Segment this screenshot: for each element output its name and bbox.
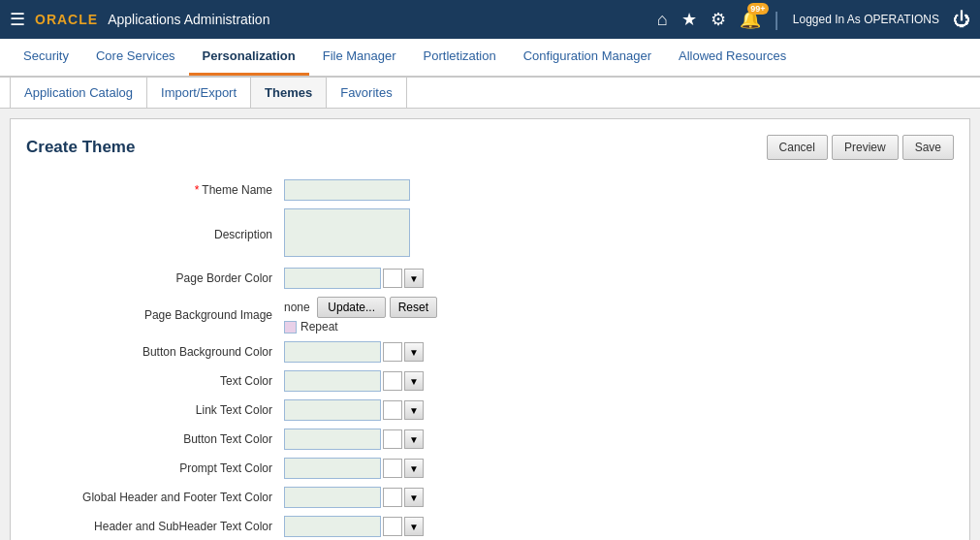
link-text-color-label: Link Text Color bbox=[26, 396, 278, 425]
header-subheader-text-color-row: Header and SubHeader Text Color ▼ bbox=[26, 512, 954, 540]
global-header-footer-text-color-swatch bbox=[383, 488, 402, 507]
button-background-color-input[interactable] bbox=[284, 341, 381, 363]
text-color-row: Text Color ▼ bbox=[26, 366, 954, 396]
page-background-image-row: Page Background Image none Update... Res… bbox=[26, 293, 954, 337]
theme-name-label: *Theme Name bbox=[26, 175, 278, 205]
button-background-color-dropdown[interactable]: ▼ bbox=[404, 342, 424, 362]
page-title-bar: Create Theme Cancel Preview Save bbox=[26, 135, 954, 160]
prompt-text-color-input[interactable] bbox=[284, 458, 381, 479]
description-row: Description bbox=[26, 205, 954, 264]
button-text-color-label: Button Text Color bbox=[26, 425, 278, 454]
page-border-color-input[interactable] bbox=[284, 268, 381, 289]
tab-configuration-manager[interactable]: Configuration Manager bbox=[510, 39, 665, 76]
text-color-dropdown[interactable]: ▼ bbox=[404, 371, 424, 391]
main-nav: Security Core Services Personalization F… bbox=[0, 39, 980, 78]
reset-button[interactable]: Reset bbox=[390, 297, 437, 318]
link-text-color-swatch bbox=[383, 400, 402, 420]
tab-import-export[interactable]: Import/Export bbox=[147, 78, 251, 108]
none-text: none bbox=[284, 301, 310, 314]
header-subheader-text-color-label: Header and SubHeader Text Color bbox=[26, 512, 278, 540]
button-background-color-swatch bbox=[383, 342, 402, 362]
header-subheader-text-color-dropdown[interactable]: ▼ bbox=[404, 517, 424, 536]
page-border-color-dropdown[interactable]: ▼ bbox=[404, 269, 424, 288]
button-background-color-label: Button Background Color bbox=[26, 337, 278, 366]
header-subheader-text-color-swatch bbox=[383, 517, 402, 536]
tab-themes[interactable]: Themes bbox=[251, 78, 327, 108]
prompt-text-color-dropdown[interactable]: ▼ bbox=[404, 459, 424, 478]
page-background-image-label: Page Background Image bbox=[26, 293, 278, 337]
content-area: Create Theme Cancel Preview Save *Theme … bbox=[10, 118, 970, 540]
text-color-label: Text Color bbox=[26, 366, 278, 396]
button-text-color-dropdown[interactable]: ▼ bbox=[404, 429, 424, 449]
header-subheader-text-color-input[interactable] bbox=[284, 516, 381, 537]
link-text-color-dropdown[interactable]: ▼ bbox=[404, 400, 424, 420]
global-header-footer-text-color-input[interactable] bbox=[284, 487, 381, 508]
home-icon[interactable]: ⌂ bbox=[657, 10, 668, 30]
tab-personalization[interactable]: Personalization bbox=[189, 39, 309, 76]
save-button[interactable]: Save bbox=[902, 135, 954, 160]
page-border-color-row: Page Border Color ▼ bbox=[26, 264, 954, 293]
tab-favorites[interactable]: Favorites bbox=[327, 78, 406, 108]
tab-application-catalog[interactable]: Application Catalog bbox=[10, 78, 147, 108]
topbar-icons: ⌂ ★ ⚙ 🔔 99+ | Logged In As OPERATIONS ⏻ bbox=[657, 9, 970, 31]
tab-allowed-resources[interactable]: Allowed Resources bbox=[665, 39, 800, 76]
prompt-text-color-row: Prompt Text Color ▼ bbox=[26, 454, 954, 483]
action-buttons: Cancel Preview Save bbox=[767, 135, 954, 160]
required-star: * bbox=[195, 183, 200, 197]
theme-name-input[interactable] bbox=[284, 179, 410, 201]
hamburger-icon[interactable]: ☰ bbox=[10, 9, 25, 30]
tab-file-manager[interactable]: File Manager bbox=[309, 39, 410, 76]
tab-core-services[interactable]: Core Services bbox=[82, 39, 189, 76]
topbar-title: Applications Administration bbox=[108, 12, 269, 27]
prompt-text-color-label: Prompt Text Color bbox=[26, 454, 278, 483]
sub-nav: Application Catalog Import/Export Themes… bbox=[0, 78, 980, 109]
theme-form: *Theme Name Description Page Border Colo… bbox=[26, 175, 954, 540]
global-header-footer-text-color-dropdown[interactable]: ▼ bbox=[404, 488, 424, 507]
oracle-logo: ORACLE bbox=[35, 12, 98, 27]
topbar-divider: | bbox=[775, 9, 779, 31]
notification-badge: 99+ bbox=[747, 3, 768, 15]
power-icon[interactable]: ⏻ bbox=[953, 10, 970, 30]
notifications-icon[interactable]: 🔔 99+ bbox=[740, 9, 761, 30]
settings-icon[interactable]: ⚙ bbox=[711, 9, 726, 30]
page-border-color-label: Page Border Color bbox=[26, 264, 278, 293]
global-header-footer-text-color-row: Global Header and Footer Text Color ▼ bbox=[26, 483, 954, 512]
text-color-swatch bbox=[383, 371, 402, 391]
topbar-user: Logged In As OPERATIONS bbox=[793, 13, 939, 26]
repeat-checkbox[interactable] bbox=[284, 321, 297, 334]
repeat-label: Repeat bbox=[300, 320, 338, 334]
cancel-button[interactable]: Cancel bbox=[767, 135, 828, 160]
tab-portletization[interactable]: Portletization bbox=[410, 39, 510, 76]
favorites-icon[interactable]: ★ bbox=[681, 9, 697, 30]
button-background-color-row: Button Background Color ▼ bbox=[26, 337, 954, 366]
link-text-color-row: Link Text Color ▼ bbox=[26, 396, 954, 425]
button-text-color-input[interactable] bbox=[284, 429, 381, 450]
topbar: ☰ ORACLE Applications Administration ⌂ ★… bbox=[0, 0, 980, 39]
preview-button[interactable]: Preview bbox=[832, 135, 899, 160]
link-text-color-input[interactable] bbox=[284, 399, 381, 421]
button-text-color-row: Button Text Color ▼ bbox=[26, 425, 954, 454]
update-button[interactable]: Update... bbox=[317, 297, 386, 318]
page-border-color-swatch bbox=[383, 269, 402, 288]
theme-name-row: *Theme Name bbox=[26, 175, 954, 205]
global-header-footer-text-color-label: Global Header and Footer Text Color bbox=[26, 483, 278, 512]
button-text-color-swatch bbox=[383, 429, 402, 449]
tab-security[interactable]: Security bbox=[10, 39, 82, 76]
prompt-text-color-swatch bbox=[383, 459, 402, 478]
page-title: Create Theme bbox=[26, 138, 135, 157]
description-label: Description bbox=[26, 205, 278, 264]
description-input[interactable] bbox=[284, 208, 410, 257]
text-color-input[interactable] bbox=[284, 370, 381, 392]
